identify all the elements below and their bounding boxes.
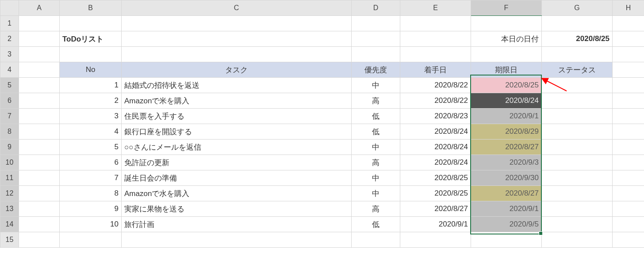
cell-D3[interactable]	[352, 47, 400, 62]
cell-start[interactable]: 2020/8/23	[400, 109, 471, 124]
cell-H9[interactable]	[613, 140, 644, 155]
cell-no[interactable]: 5	[60, 140, 122, 155]
cell-status[interactable]	[542, 217, 613, 232]
cell-deadline[interactable]: 2020/9/1	[471, 201, 542, 217]
cell-task[interactable]: 実家に果物を送る	[122, 201, 352, 217]
cell-F15[interactable]	[471, 232, 542, 248]
today-value[interactable]: 2020/8/25	[542, 31, 613, 47]
cell-priority[interactable]: 中	[352, 170, 400, 186]
cell-A8[interactable]	[19, 124, 60, 140]
col-header-D[interactable]: D	[352, 0, 400, 16]
row-header-14[interactable]: 14	[0, 217, 19, 232]
hdr-deadline[interactable]: 期限日	[471, 62, 542, 78]
cell-status[interactable]	[542, 201, 613, 217]
cell-E2[interactable]	[400, 31, 471, 47]
cell-H1[interactable]	[613, 16, 644, 31]
todo-title[interactable]: ToDoリスト	[60, 31, 122, 47]
cell-priority[interactable]: 中	[352, 140, 400, 155]
cell-A6[interactable]	[19, 93, 60, 109]
row-header-12[interactable]: 12	[0, 186, 19, 201]
cell-A4[interactable]	[19, 62, 60, 78]
cell-H8[interactable]	[613, 124, 644, 140]
cell-status[interactable]	[542, 109, 613, 124]
cell-A13[interactable]	[19, 201, 60, 217]
hdr-no[interactable]: No	[60, 62, 122, 78]
cell-C3[interactable]	[122, 47, 352, 62]
cell-start[interactable]: 2020/8/24	[400, 140, 471, 155]
cell-A2[interactable]	[19, 31, 60, 47]
cell-status[interactable]	[542, 124, 613, 140]
cell-G15[interactable]	[542, 232, 613, 248]
row-header-15[interactable]: 15	[0, 232, 19, 248]
cell-status[interactable]	[542, 170, 613, 186]
cell-task[interactable]: 住民票を入手する	[122, 109, 352, 124]
cell-deadline[interactable]: 2020/9/3	[471, 155, 542, 170]
cell-status[interactable]	[542, 93, 613, 109]
cell-deadline[interactable]: 2020/8/27	[471, 140, 542, 155]
col-header-H[interactable]: H	[613, 0, 644, 16]
cell-priority[interactable]: 高	[352, 201, 400, 217]
cell-task[interactable]: 銀行口座を開設する	[122, 124, 352, 140]
cell-H6[interactable]	[613, 93, 644, 109]
cell-E3[interactable]	[400, 47, 471, 62]
cell-A7[interactable]	[19, 109, 60, 124]
cell-F3[interactable]	[471, 47, 542, 62]
cell-H11[interactable]	[613, 170, 644, 186]
row-header-7[interactable]: 7	[0, 109, 19, 124]
cell-start[interactable]: 2020/8/24	[400, 155, 471, 170]
cell-task[interactable]: 免許証の更新	[122, 155, 352, 170]
cell-priority[interactable]: 中	[352, 78, 400, 93]
cell-H7[interactable]	[613, 109, 644, 124]
row-header-9[interactable]: 9	[0, 140, 19, 155]
cell-no[interactable]: 2	[60, 93, 122, 109]
cell-B3[interactable]	[60, 47, 122, 62]
spreadsheet[interactable]: A B C D E F G H 12ToDoリスト本日の日付2020/8/253…	[0, 0, 644, 253]
cell-H2[interactable]	[613, 31, 644, 47]
cell-H5[interactable]	[613, 78, 644, 93]
row-header-2[interactable]: 2	[0, 31, 19, 47]
cell-H4[interactable]	[613, 62, 644, 78]
row-header-1[interactable]: 1	[0, 16, 19, 31]
cell-deadline[interactable]: 2020/8/24	[471, 93, 542, 109]
cell-priority[interactable]: 低	[352, 124, 400, 140]
cell-priority[interactable]: 低	[352, 217, 400, 232]
cell-H13[interactable]	[613, 201, 644, 217]
cell-no[interactable]: 7	[60, 170, 122, 186]
cell-status[interactable]	[542, 186, 613, 201]
select-all-corner[interactable]	[0, 0, 19, 16]
row-header-10[interactable]: 10	[0, 155, 19, 170]
cell-H3[interactable]	[613, 47, 644, 62]
cell-priority[interactable]: 低	[352, 109, 400, 124]
cell-start[interactable]: 2020/8/22	[400, 93, 471, 109]
cell-task[interactable]: Amazonで米を購入	[122, 93, 352, 109]
row-header-11[interactable]: 11	[0, 170, 19, 186]
cell-start[interactable]: 2020/8/27	[400, 201, 471, 217]
cell-no[interactable]: 4	[60, 124, 122, 140]
cell-deadline[interactable]: 2020/9/30	[471, 170, 542, 186]
cell-E1[interactable]	[400, 16, 471, 31]
cell-no[interactable]: 9	[60, 201, 122, 217]
cell-start[interactable]: 2020/8/22	[400, 78, 471, 93]
cell-no[interactable]: 3	[60, 109, 122, 124]
cell-start[interactable]: 2020/8/25	[400, 186, 471, 201]
cell-D15[interactable]	[352, 232, 400, 248]
cell-A5[interactable]	[19, 78, 60, 93]
cell-A11[interactable]	[19, 170, 60, 186]
cell-A9[interactable]	[19, 140, 60, 155]
cell-E15[interactable]	[400, 232, 471, 248]
cell-deadline[interactable]: 2020/8/29	[471, 124, 542, 140]
hdr-status[interactable]: ステータス	[542, 62, 613, 78]
cell-C1[interactable]	[122, 16, 352, 31]
cell-task[interactable]: 誕生日会の準備	[122, 170, 352, 186]
row-header-4[interactable]: 4	[0, 62, 19, 78]
hdr-priority[interactable]: 優先度	[352, 62, 400, 78]
cell-status[interactable]	[542, 78, 613, 93]
cell-A14[interactable]	[19, 217, 60, 232]
cell-B15[interactable]	[60, 232, 122, 248]
cell-deadline[interactable]: 2020/8/27	[471, 186, 542, 201]
col-header-F[interactable]: F	[471, 0, 542, 16]
row-header-3[interactable]: 3	[0, 47, 19, 62]
row-header-5[interactable]: 5	[0, 78, 19, 93]
cell-status[interactable]	[542, 140, 613, 155]
cell-no[interactable]: 1	[60, 78, 122, 93]
